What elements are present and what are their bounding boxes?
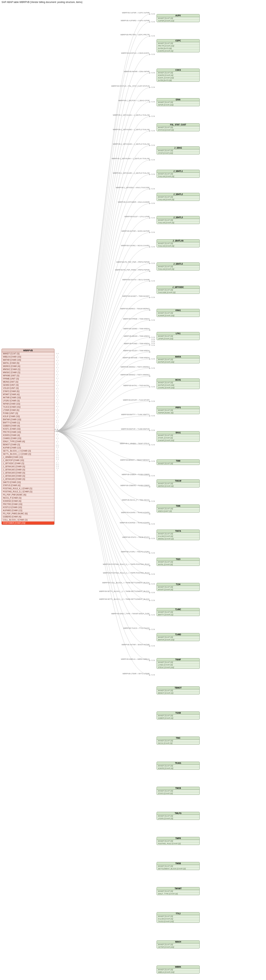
target-node-field: POSTING_RULE [CHAR (2)] xyxy=(157,842,200,845)
main-node-field: BWTTY [CHAR (1)] xyxy=(2,421,54,424)
main-node-field: SETTL_BLOCK_I_V [CHAR (2)] xyxy=(2,449,54,453)
target-node-title: T007A xyxy=(157,530,200,533)
target-node-field: MANDT [CLNT (3)] xyxy=(157,312,200,314)
edge-label: WBRPVB-MEINS = T006-MSEHI xyxy=(124,335,150,337)
main-node-field: LFGRU [CHAR (3)] xyxy=(2,399,54,402)
target-node-title: TMLFG xyxy=(157,812,200,815)
edge-label: WBRPVB-PRCTRD = CEPC-PRCTR xyxy=(120,34,150,36)
edge-right-cardinality: 0..N xyxy=(152,86,155,88)
target-node-field: MANDT [CLNT (3)] xyxy=(157,765,200,767)
edge-right-cardinality: 0..N xyxy=(152,614,155,616)
main-node-field: MANDT [CLNT (3)] xyxy=(2,352,54,355)
main-node-field: MATKL [CHAR (9)] xyxy=(2,362,54,365)
edge-label: WBRPVB-GSBER = TGSB-GSBER xyxy=(122,474,150,476)
edge-right-cardinality: 0..N xyxy=(152,21,155,23)
target-node-field: LFGRU [CHAR (3)] xyxy=(157,817,200,820)
main-node-field: J_1BTAXLW1 [CHAR (3)] xyxy=(2,465,54,468)
main-node-field: LTSNR [CHAR (6)] xyxy=(2,409,54,412)
target-node-title: J_1BATL5 xyxy=(157,262,200,266)
target-node-field: MANDT [CLNT (3)] xyxy=(157,101,200,104)
main-node-field: BWTAR [CHAR (10)] xyxy=(2,418,54,421)
edge-right-cardinality: 0..N xyxy=(152,592,155,593)
target-node-title: T023 xyxy=(157,558,200,561)
main-node-field: SAKTO [CHAR (10)] xyxy=(2,481,54,484)
edge-label: WBRPVB-KOLIF = LFA1-LIFNR xyxy=(125,216,150,218)
edge-label: WBRPVB-GSBERD = TGSB-GSBER xyxy=(120,485,150,487)
target-node: T001WMANDT [CLNT (3)]WERKS [CHAR (4)] xyxy=(157,479,200,487)
target-node-field: LIFNR [CHAR (10)] xyxy=(157,337,200,340)
target-node-title: TMSB xyxy=(157,862,200,865)
target-node-field: MANDT [CLNT (3)] xyxy=(157,790,200,792)
edge-right-cardinality: 0..N xyxy=(152,101,155,103)
target-node-title: J_1BTXSDC xyxy=(157,286,200,289)
edge-path xyxy=(54,281,151,431)
edge-right-cardinality: 0..N xyxy=(152,13,155,15)
edge-right-cardinality: 0..N xyxy=(152,628,155,630)
edge-label: WBRPVB-CHARG = MCH1-CHARG xyxy=(121,245,150,247)
main-node-field: WERKS [CHAR (4)] xyxy=(2,365,54,368)
target-node: T000MANDT [CLNT (3)] xyxy=(157,460,200,465)
target-node-title: T001W xyxy=(157,480,200,482)
edge-label: WBRPVB-J_1BNBM = T604F-STEUC xyxy=(120,442,150,444)
target-node: T023MANDT [CLNT (3)]MATKL [CHAR (9)] xyxy=(157,558,200,566)
target-node-field: MATNR [CHAR (18)] xyxy=(157,384,200,387)
target-node-title: PRPS xyxy=(157,406,200,409)
edge-label: WBRPVB-J_1BTAXLW4 = J_1BATL4A-TAXLAW xyxy=(112,158,150,159)
target-node-field: MANDT [CLNT (3)] xyxy=(157,533,200,535)
edge-right-cardinality: 0..N xyxy=(152,583,155,585)
target-node-field: KUNNR [CHAR (10)] xyxy=(157,314,200,317)
edge-label: WBRPVB-POSTING_RULE_K_I = TMPR-POSTING_R… xyxy=(103,572,150,574)
target-node-field: MANDT [CLNT (3)] xyxy=(157,561,200,563)
target-node-title: KNA1 xyxy=(157,309,200,312)
edge-label: WBRPVB-LFGRU = TMLFG-LFGRU xyxy=(121,551,150,553)
target-node-title: WAKH xyxy=(157,940,200,943)
target-node-title: TMVMT xyxy=(157,887,200,890)
main-node-field: GSBER [CHAR (4)] xyxy=(2,424,54,428)
edge-right-cardinality: 0..N xyxy=(152,444,155,446)
edge-right-cardinality: 0..N xyxy=(152,262,155,264)
main-node-field: CUSTOMER [CHAR (10)] xyxy=(2,522,54,525)
edge-right-cardinality: 0..N xyxy=(152,538,155,539)
target-node-title: FSL_STAT_CUST xyxy=(157,124,200,126)
target-node-field: MANDT [CLNT (3)] xyxy=(157,611,200,614)
target-node-field: MANDT [CLNT (3)] xyxy=(157,943,200,946)
main-node-field: KOKRSD [CHAR (4)] xyxy=(2,500,54,503)
target-node-field: AKTNR [CHAR (10)] xyxy=(157,946,200,948)
main-node-field: STATUS [CHAR (4)] xyxy=(2,484,54,487)
target-node-field: TAXLAW [CHAR (3)] xyxy=(157,221,200,224)
edge-right-cardinality: 0..N xyxy=(152,130,155,132)
edge-right-cardinality: 0..N xyxy=(152,500,155,502)
target-node-title: T006 xyxy=(157,505,200,508)
target-node-title: J_1BAG xyxy=(157,146,200,150)
target-node: EINAMANDT [CLNT (3)]INFNR [CHAR (10)] xyxy=(157,98,200,106)
target-node-field: MANDT [CLNT (3)] xyxy=(157,289,200,291)
main-node-field: COLL_BLOCK_I [CHAR (2)] xyxy=(2,519,54,522)
edge-right-cardinality: 0..N xyxy=(152,72,155,74)
main-node-field: J_1BTAXLW2 [CHAR (3)] xyxy=(2,468,54,471)
target-node: J_1BTXSDCMANDT [CLNT (3)]TAXCODE [CHAR (… xyxy=(157,286,200,294)
target-node: T007AMANDT [CLNT (3)]KALSM [CHAR (6)]MWS… xyxy=(157,530,200,540)
edge-label: WBRPVB-WFKME = T006-MSEHI xyxy=(122,357,150,359)
target-node-field: MANDT [CLNT (3)] xyxy=(157,242,200,245)
edge-right-cardinality: 0..N xyxy=(152,202,155,204)
target-node-field: TAXLAW [CHAR (3)] xyxy=(157,245,200,247)
target-node: FSL_STAT_CUSTMANDT [CLNT (3)]STATUS [CHA… xyxy=(157,123,200,131)
main-node-field: GSBERD [CHAR (4)] xyxy=(2,515,54,519)
main-node-field: WFKME [UNIT (3)] xyxy=(2,374,54,377)
main-node-field: J_1BTAXLW5 [CHAR (3)] xyxy=(2,478,54,481)
target-node-field: STAFO [CHAR (6)] xyxy=(157,792,200,795)
target-node-field: SAKNR [CHAR (10)] xyxy=(157,439,200,442)
target-node-field: KOSTL [CHAR (10)] xyxy=(157,76,200,79)
target-node: TMCBMANDT [CLNT (3)]STAFO [CHAR (6)] xyxy=(157,787,200,795)
target-node: T006MANDT [CLNT (3)]MSEHI [UNIT (3)] xyxy=(157,504,200,512)
target-node-field: KOKRS [CHAR (4)] xyxy=(157,767,200,770)
target-node: CSKSMANDT [CLNT (3)]KOKRS [CHAR (4)]KOST… xyxy=(157,68,200,82)
main-node-field: STAFO [CHAR (6)] xyxy=(2,390,54,393)
edge-path xyxy=(54,387,151,431)
main-node-field: MTART [CHAR (4)] xyxy=(2,393,54,396)
main-node-field: GEWEI [UNIT (3)] xyxy=(2,383,54,387)
main-node-field: MATNR [CHAR (18)] xyxy=(2,358,54,362)
target-node: J_1BATL5MANDT [CLNT (3)]TAXLAW [CHAR (3)… xyxy=(157,262,200,270)
target-node-field: TAXLAW [CHAR (3)] xyxy=(157,198,200,201)
edge-path xyxy=(54,116,151,431)
